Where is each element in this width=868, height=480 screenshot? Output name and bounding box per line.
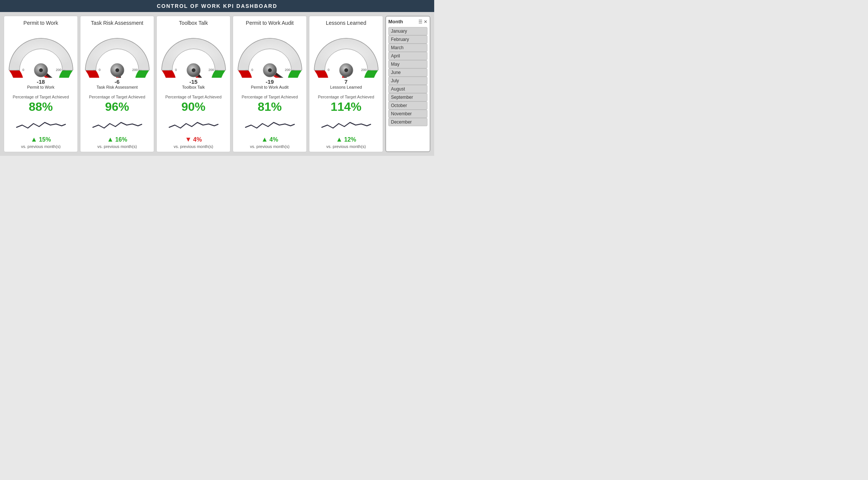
month-btn-august[interactable]: August [388,85,427,93]
svg-point-14 [39,68,43,72]
month-btn-october[interactable]: October [388,101,427,110]
gauge-toolbox-talk: 050100150200 [160,29,227,78]
month-btn-september[interactable]: September [388,93,427,101]
vs-label-lessons-learned: vs. previous month(s) [326,144,366,149]
panel-title-permit-to-work: Permit to Work [23,20,58,26]
svg-text:0: 0 [98,68,100,72]
trend-row-lessons-learned: ▲ 12% [336,136,356,143]
svg-text:200: 200 [208,68,214,72]
gauge-value-task-risk-assessment: -6 [115,78,120,85]
month-btn-april[interactable]: April [388,52,427,60]
trend-arrow-task-risk-assessment: ▲ [107,136,114,143]
trend-value-permit-to-work-audit: 4% [270,136,278,143]
trend-value-permit-to-work: 15% [39,136,51,143]
gauge-value-toolbox-talk: -15 [189,78,198,85]
month-filter-panel: Month ☰ ✕ JanuaryFebruaryMarchAprilMayJu… [385,16,430,152]
sparkline-permit-to-work [15,117,67,132]
pct-value-lessons-learned: 114% [331,100,362,114]
trend-row-permit-to-work: ▲ 15% [31,136,51,143]
pct-label-permit-to-work: Percentage of Target Achieved [13,95,69,99]
svg-point-82 [344,68,348,72]
svg-point-48 [192,68,195,72]
pct-label-task-risk-assessment: Percentage of Target Achieved [89,95,145,99]
trend-arrow-lessons-learned: ▲ [336,136,343,143]
trend-arrow-permit-to-work: ▲ [31,136,38,143]
trend-value-toolbox-talk: 4% [193,136,202,143]
panel-permit-to-work-audit: Permit to Work Audit 050100150200 [233,16,307,152]
month-btn-march[interactable]: March [388,44,427,52]
dashboard-title: CONTROL OF WORK KPI DASHBOARD [0,0,434,12]
pct-value-permit-to-work-audit: 81% [258,100,282,114]
pct-value-permit-to-work: 88% [29,100,53,114]
month-btn-july[interactable]: July [388,77,427,85]
trend-row-task-risk-assessment: ▲ 16% [107,136,127,143]
filter-clear-icon[interactable]: ✕ [424,19,427,24]
trend-arrow-permit-to-work-audit: ▲ [261,136,268,143]
pct-label-lessons-learned: Percentage of Target Achieved [318,95,374,99]
svg-text:200: 200 [132,68,138,72]
svg-point-65 [268,68,272,72]
trend-row-toolbox-talk: ▼ 4% [185,136,202,143]
pct-value-toolbox-talk: 90% [181,100,205,114]
sparkline-lessons-learned [320,117,373,132]
svg-text:200: 200 [361,68,367,72]
month-btn-june[interactable]: June [388,68,427,77]
gauge-label-permit-to-work: Permit to Work [27,85,55,89]
sparkline-permit-to-work-audit [244,117,296,132]
pct-label-permit-to-work-audit: Percentage of Target Achieved [242,95,298,99]
month-btn-may[interactable]: May [388,60,427,68]
panel-title-toolbox-talk: Toolbox Talk [179,20,208,26]
gauge-label-toolbox-talk: Toolbox Talk [182,85,205,89]
month-btn-february[interactable]: February [388,35,427,44]
month-btn-december[interactable]: December [388,118,427,126]
month-btn-january[interactable]: January [388,27,427,35]
sparkline-toolbox-talk [167,117,220,132]
vs-label-task-risk-assessment: vs. previous month(s) [97,144,137,149]
svg-point-31 [115,68,119,72]
month-filter-title: Month [388,19,416,24]
gauge-lessons-learned: 050100150200 [312,29,380,78]
gauge-permit-to-work-audit: 050100150200 [236,29,304,78]
panel-task-risk-assessment: Task Risk Assessment 050100150200 [80,16,154,152]
pct-label-toolbox-talk: Percentage of Target Achieved [165,95,222,99]
panel-lessons-learned: Lessons Learned 050100150200 [309,16,383,152]
month-btn-november[interactable]: November [388,110,427,118]
pct-value-task-risk-assessment: 96% [105,100,129,114]
gauge-permit-to-work: 050100150200 [7,29,75,78]
panel-toolbox-talk: Toolbox Talk 050100150200 [156,16,230,152]
filter-list-icon[interactable]: ☰ [418,19,423,24]
vs-label-permit-to-work: vs. previous month(s) [21,144,61,149]
trend-value-task-risk-assessment: 16% [115,136,127,143]
vs-label-permit-to-work-audit: vs. previous month(s) [250,144,289,149]
gauge-value-lessons-learned: 7 [344,78,347,85]
gauge-label-lessons-learned: Lessons Learned [330,85,362,89]
panel-permit-to-work: Permit to Work 050100150200 [4,16,78,152]
sparkline-task-risk-assessment [91,117,144,132]
vs-label-toolbox-talk: vs. previous month(s) [174,144,213,149]
gauge-value-permit-to-work: -18 [37,78,45,85]
gauge-label-permit-to-work-audit: Permit to Work Audit [251,85,288,89]
svg-text:0: 0 [251,68,253,72]
svg-text:0: 0 [22,68,24,72]
trend-row-permit-to-work-audit: ▲ 4% [261,136,278,143]
gauge-label-task-risk-assessment: Task Risk Assessment [97,85,138,89]
gauge-task-risk-assessment: 050100150200 [83,29,151,78]
gauge-value-permit-to-work-audit: -19 [266,78,274,85]
svg-text:200: 200 [56,68,61,72]
svg-text:0: 0 [327,68,329,72]
panel-title-task-risk-assessment: Task Risk Assessment [91,20,143,26]
trend-value-lessons-learned: 12% [344,136,356,143]
trend-arrow-toolbox-talk: ▼ [185,136,192,143]
svg-text:200: 200 [285,68,290,72]
svg-text:0: 0 [175,68,177,72]
panel-title-permit-to-work-audit: Permit to Work Audit [246,20,294,26]
panel-title-lessons-learned: Lessons Learned [326,20,366,26]
